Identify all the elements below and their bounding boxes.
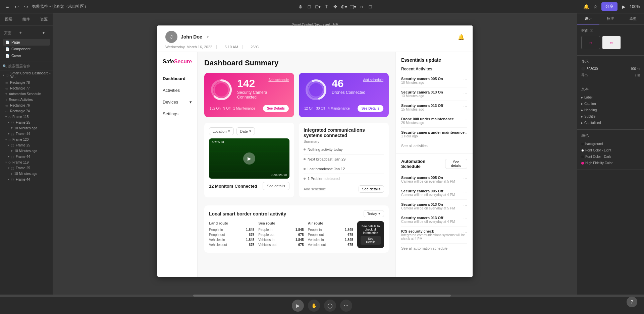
share-button[interactable]: 分享 [601,2,618,11]
layer-10min-a[interactable]: T 10 Minutes ago [0,125,53,131]
nav-settings[interactable]: Settings [157,108,197,120]
layer-rect-76[interactable]: ▭ Rectangle 76 [0,103,53,108]
add-schedule-link[interactable]: Add schedule [304,187,326,191]
face-preview-dark[interactable]: Hi [581,36,600,49]
layer-rect-77[interactable]: ▭ Rectangle 77 [0,85,53,91]
help-button[interactable]: ? [627,297,637,307]
hand-tool[interactable]: ✋ [308,300,320,312]
drone-details-btn[interactable]: See Details [358,105,383,112]
tab-resources[interactable]: 资源 [35,13,53,25]
comms-details-btn[interactable]: See details [359,185,384,193]
camera-details-btn[interactable]: See Details [263,105,289,112]
color-font-dark[interactable]: Font Color - Dark [581,153,640,160]
text-caption[interactable]: ▸ Caption [581,101,640,107]
drone-schedule[interactable]: Add schedule [363,78,383,82]
nav-dashboard[interactable]: Dashboard [157,73,197,84]
layer-frame-25a[interactable]: ▾ ⬚ Frame 25 [0,120,53,125]
today-badge[interactable]: Today ▾ [364,210,384,217]
user-dropdown-icon[interactable]: ▾ [207,35,209,39]
auto-more-3[interactable]: ··· [463,202,467,208]
shape-icon[interactable]: □▾ [315,3,321,10]
props-tab-annotate[interactable]: 标注 [599,13,622,24]
land-people-in-label: People in [209,228,223,232]
play-icon[interactable]: ▶ [620,3,627,10]
page-item-component[interactable]: 📄 Component [3,46,50,52]
bell-icon[interactable]: 🔔 [458,34,465,40]
move-icon[interactable]: ✥ [332,3,339,10]
color-hifi[interactable]: High Fidelity Color [581,160,640,166]
more-tool[interactable]: ⋯ [340,300,352,312]
camera-schedule[interactable]: Add schedule [268,78,289,82]
nav-devices[interactable]: Devices ▾ [157,96,197,108]
layer-recent[interactable]: T Recent Activites [0,97,53,103]
horizontal-scrollbar[interactable] [0,295,644,297]
layer-search-input[interactable] [8,64,53,68]
scrollbar-thumb[interactable] [193,295,451,297]
page-item-page[interactable]: 📄 Page [3,39,50,46]
activity-more-4[interactable]: ··· [463,117,467,122]
layer-10min-b[interactable]: T 10 Minutes ago [0,148,53,154]
text-capitalised[interactable]: ▸ Capitalised [581,120,640,126]
layer-frame-115[interactable]: ▾ ◇ Frame 115 [0,114,53,120]
auto-more-2[interactable]: ··· [463,189,467,194]
face-preview-light[interactable]: Hi [602,36,621,49]
rect-icon[interactable]: □ [367,3,374,10]
menu-icon[interactable]: ≡ [4,3,11,10]
layer-item[interactable]: ▾ ⬚ Smart Control Dashboard - W... [0,70,53,80]
layer-frame-44a[interactable]: ▾ ⬚ Frame 44 [0,131,53,137]
text-label[interactable]: ▸ Label [581,94,640,101]
color-background[interactable]: background [581,141,640,147]
page-item-cover[interactable]: 📄 Cover [3,52,50,59]
layer-10min-c[interactable]: T 10 Minutes ago [0,171,53,177]
layer-frame-119[interactable]: ▾ ◇ Frame 119 [0,160,53,165]
layer-rect-74[interactable]: ▭ Rectangle 74 [0,108,53,114]
page-options-icon[interactable]: □ [27,29,37,36]
activity-more-5[interactable]: ··· [463,130,467,136]
activity-more-3[interactable]: ··· [463,104,467,109]
layer-automation[interactable]: T Automation Schedule [0,91,53,97]
see-all-automation[interactable]: See all automation schedule [401,246,467,250]
border-see-details-btn[interactable]: See Details [361,236,381,245]
export-icon[interactable]: ↓ ⊞ [635,73,640,77]
see-all-activities[interactable]: See all activities [401,144,467,148]
activity-more-1[interactable]: ··· [463,77,467,82]
text-icon[interactable]: T [323,3,330,10]
tab-components[interactable]: 组件 [17,13,35,25]
add-page-icon[interactable]: + [15,29,25,36]
props-tab-prototype[interactable]: 原型 [622,13,644,24]
color-font-light[interactable]: Font Color - Light [581,147,640,153]
play-button[interactable]: ▶ [243,152,255,165]
nav-activities[interactable]: Activities [157,84,197,96]
date-filter[interactable]: Date ▾ [236,127,255,135]
forward-icon[interactable]: ↪ [23,3,30,10]
layer-frame-44b[interactable]: ▾ ⬚ Frame 44 [0,154,53,160]
layer-rect-78[interactable]: ▭ Rectangle 78 [0,80,53,85]
back-icon[interactable]: ↩ [13,3,20,10]
layer-frame-25b[interactable]: ▾ ⬚ Frame 25 [0,142,53,148]
auto-more-4[interactable]: ··· [463,216,467,221]
page-collapse-icon[interactable]: ▾ [39,29,49,36]
pointer-tool[interactable]: ▶ [292,300,304,312]
auto-more-5[interactable]: ··· [463,229,467,235]
activity-more-2[interactable]: ··· [463,90,467,96]
text-heading[interactable]: ▸ Heading [581,107,640,113]
layer-frame-25c[interactable]: ▾ ⬚ Frame 25 [0,165,53,171]
props-tab-design[interactable]: 设计 [577,13,599,24]
notification-icon[interactable]: 🔔 [583,3,589,10]
mask-icon[interactable]: ⬚▾ [350,3,356,10]
automation-see-details-btn[interactable]: See details [445,159,467,169]
add-icon[interactable]: ⊕ [297,3,304,10]
layer-frame-44c[interactable]: ▾ ⬚ Frame 44 [0,177,53,182]
star-icon[interactable]: ☆ [592,3,599,10]
frame-icon[interactable]: □ [306,3,313,10]
text-subtitle[interactable]: ▸ Subtitle [581,113,640,120]
tab-layers[interactable]: 图层 [0,13,17,25]
component-icon[interactable]: ⊕▾ [341,3,347,10]
monitor-details-btn[interactable]: See details [263,182,289,190]
circle-icon[interactable]: ○ [358,3,365,10]
auto-more-1[interactable]: ··· [463,176,467,181]
layer-frame-120[interactable]: ▾ ◇ Frame 120 [0,137,53,142]
comment-tool[interactable]: ◯ [324,300,336,312]
text-section: 文本 ▸ Label ▸ Caption ▸ Heading ▸ Subtitl… [577,83,644,130]
location-filter[interactable]: Location ▾ [209,127,234,135]
